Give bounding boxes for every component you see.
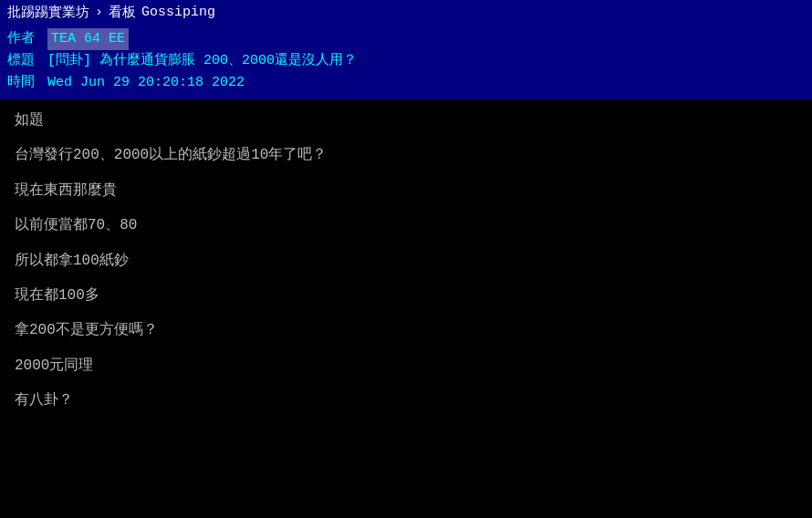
post-content: 如題 台灣發行200、2000以上的紙鈔超過10年了吧？ 現在東西那麼貴 以前便…	[0, 99, 812, 437]
author-value: TEA 64 EE	[47, 28, 129, 50]
time-row: 時間 Wed Jun 29 20:20:18 2022	[7, 72, 805, 94]
content-line-4: 所以都拿100紙鈔	[15, 251, 797, 271]
title-row: 標題 [問卦] 為什麼通貨膨脹 200、2000還是沒人用？	[7, 50, 805, 72]
breadcrumb-separator: ›	[95, 5, 103, 20]
content-line-2: 現在東西那麼貴	[15, 181, 797, 201]
content-line-6: 拿200不是更方便嗎？	[15, 320, 797, 340]
breadcrumb-bar: 批踢踢實業坊 › 看板 Gossiping	[0, 0, 812, 25]
time-value: Wed Jun 29 20:20:18 2022	[47, 72, 245, 94]
breadcrumb-site[interactable]: 批踢踢實業坊	[7, 4, 89, 21]
content-line-5: 現在都100多	[15, 285, 797, 306]
content-line-1: 台灣發行200、2000以上的紙鈔超過10年了吧？	[15, 145, 797, 165]
content-line-3: 以前便當都70、80	[15, 215, 797, 235]
time-label: 時間	[7, 72, 40, 94]
author-row: 作者 TEA 64 EE	[7, 28, 805, 50]
title-value: [問卦] 為什麼通貨膨脹 200、2000還是沒人用？	[47, 50, 357, 72]
content-line-7: 2000元同理	[15, 356, 797, 376]
content-line-0: 如題	[15, 110, 797, 130]
content-line-8: 有八卦？	[15, 390, 797, 410]
app: 批踢踢實業坊 › 看板 Gossiping 作者 TEA 64 EE 標題 [問…	[0, 0, 812, 518]
title-label: 標題	[7, 50, 40, 72]
post-header: 作者 TEA 64 EE 標題 [問卦] 為什麼通貨膨脹 200、2000還是沒…	[0, 25, 812, 99]
breadcrumb-board-name[interactable]: Gossiping	[141, 5, 215, 20]
author-label: 作者	[7, 28, 40, 50]
breadcrumb-board-prefix: 看板	[109, 4, 136, 21]
